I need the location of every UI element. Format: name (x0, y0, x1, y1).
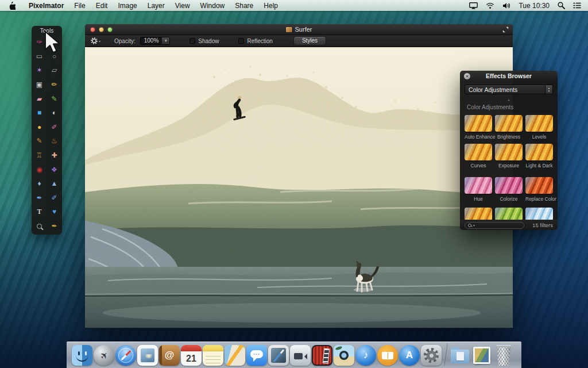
pen-tool[interactable]: ✒ (32, 191, 47, 205)
styles-button[interactable]: Styles (293, 36, 326, 45)
effect-curves[interactable]: Curves (465, 144, 492, 168)
apple-menu[interactable] (8, 1, 16, 10)
dock-icon-calendar[interactable]: 21 (180, 344, 202, 366)
dock-icon-photo-booth[interactable] (311, 344, 333, 366)
effect-brightness[interactable]: Brightness (495, 115, 523, 140)
chevron-down-icon: ▾ (99, 39, 100, 43)
pencil-tool[interactable]: ✎ (47, 91, 62, 106)
effects-search-field[interactable]: ▼ (465, 222, 524, 229)
dock-icon-contacts[interactable] (158, 344, 180, 366)
effect-thumbnail[interactable] (525, 177, 553, 194)
eyedropper-tool[interactable]: ✒ (47, 219, 62, 233)
smudge-tool[interactable]: ♨ (47, 134, 62, 148)
eraser-tool[interactable]: ▰ (32, 91, 47, 106)
opacity-dropdown-arrow[interactable]: ▼ (162, 37, 169, 44)
effect-thumbnail[interactable] (495, 177, 523, 194)
dock-icon-system-preferences[interactable] (420, 344, 442, 366)
shape-tool[interactable]: ● (32, 120, 47, 135)
lasso-tool[interactable]: ▱ (47, 63, 62, 78)
volume-icon[interactable] (502, 2, 510, 9)
menu-item-window[interactable]: Window (195, 2, 230, 10)
dock-icon-messages[interactable] (246, 344, 268, 366)
menu-item-edit[interactable]: Edit (91, 2, 113, 10)
close-window-button[interactable] (90, 27, 95, 32)
window-title-bar[interactable]: Surfer (85, 24, 513, 35)
dock-icon-notes[interactable] (202, 344, 224, 366)
sharpen-tool[interactable]: ▲ (47, 177, 62, 191)
effect-thumbnail[interactable] (465, 177, 492, 194)
effect-levels[interactable]: Levels (525, 115, 553, 140)
effect-exposure[interactable]: Exposure (495, 144, 523, 168)
zoom-tool[interactable] (32, 219, 47, 233)
dock-icon-app-store[interactable] (399, 344, 420, 366)
menu-item-view[interactable]: View (170, 2, 195, 10)
minimize-window-button[interactable] (99, 27, 104, 32)
brush-tool[interactable]: ✐ (47, 120, 62, 135)
menu-item-pixelmator[interactable]: Pixelmator (24, 2, 69, 10)
custom-shape-tool[interactable]: ♥ (47, 205, 62, 219)
menu-item-file[interactable]: File (69, 2, 90, 10)
gradient-tool[interactable]: ◐ (47, 106, 62, 120)
healing-tool[interactable]: ✚ (47, 148, 62, 163)
effect-hue[interactable]: Hue (465, 177, 492, 202)
dock-icon-finder[interactable] (71, 344, 93, 366)
menu-bar-clock[interactable]: Tue 10:30 (519, 2, 550, 10)
zoom-window-button[interactable] (107, 27, 113, 32)
effects-browser-header[interactable]: ✕ Effects Browser (460, 71, 558, 82)
dock-icon-launchpad[interactable] (93, 344, 115, 366)
opacity-stepper[interactable]: 100% ▼ (140, 37, 171, 45)
filter-count: 15 filters (532, 222, 553, 228)
freeform-pen-tool[interactable]: ✐ (47, 191, 62, 205)
effects-category-dropdown[interactable]: Color Adjustments ▲▼ (465, 85, 553, 94)
reflection-checkbox[interactable] (238, 38, 244, 44)
shadow-checkbox[interactable] (189, 38, 195, 44)
effect-thumbnail[interactable] (525, 144, 553, 160)
dock-icon-trash[interactable] (493, 344, 514, 366)
clone-stamp-tool[interactable]: ♖ (32, 148, 47, 163)
effect-thumbnail[interactable] (525, 115, 553, 132)
dock-icon-itunes[interactable] (355, 344, 377, 366)
menu-item-layer[interactable]: Layer (142, 2, 170, 10)
effect-colorize[interactable]: Colorize (495, 177, 523, 202)
effect-light-dark[interactable]: Light & Dark (525, 144, 553, 168)
crop-tool[interactable]: ▣ (32, 78, 47, 92)
canvas-image[interactable] (85, 47, 513, 328)
tools-palette[interactable]: Tools ✑ ➤ ▭ ○ ✶ ▱ ▣ ✏ ▰ ✎ ■ ◐ ● ✐ ✎ ♨ ♖ … (32, 26, 62, 235)
red-eye-tool[interactable]: ◉ (32, 162, 47, 177)
paintbrush-tool[interactable]: ✎ (32, 134, 47, 148)
document-proxy-icon[interactable] (286, 27, 292, 32)
dock-icon-iphoto[interactable] (333, 344, 355, 366)
window-toolbar: ▾ Opacity: 100% ▼ Shadow Reflection Styl… (85, 35, 513, 47)
notification-center-icon[interactable] (573, 2, 581, 9)
wifi-icon[interactable] (486, 2, 494, 9)
dock-icon-maps[interactable] (224, 344, 246, 366)
slice-tool[interactable]: ✏ (47, 78, 62, 92)
effect-thumbnail[interactable] (465, 115, 492, 132)
effect-auto-enhance[interactable]: Auto Enhance (465, 115, 492, 140)
menu-item-share[interactable]: Share (230, 2, 258, 10)
tool-options-menu[interactable]: ▾ (91, 37, 100, 44)
dock-icon-pixelmator[interactable] (268, 344, 289, 366)
close-panel-icon[interactable]: ✕ (464, 73, 470, 79)
menu-item-image[interactable]: Image (113, 2, 142, 10)
dock-icon-mail[interactable] (137, 344, 158, 366)
dock-icon-documents-folder[interactable] (449, 344, 471, 366)
dock-icon-photos-stack[interactable] (471, 344, 493, 366)
effect-thumbnail[interactable] (465, 144, 492, 160)
blur-tool[interactable]: ♦ (32, 177, 47, 191)
airplay-icon[interactable] (469, 2, 478, 9)
effect-thumbnail[interactable] (495, 115, 523, 132)
fullscreen-icon[interactable] (502, 26, 509, 33)
menu-item-help[interactable]: Help (258, 2, 283, 10)
reflection-label: Reflection (247, 38, 272, 44)
spotlight-search-icon[interactable] (558, 2, 565, 9)
effect-thumbnail[interactable] (495, 144, 523, 160)
sponge-tool[interactable]: ❖ (47, 162, 62, 177)
paint-bucket-tool[interactable]: ■ (32, 106, 47, 120)
dock-icon-safari[interactable] (115, 344, 137, 366)
dock-icon-ibooks[interactable] (377, 344, 399, 366)
type-tool[interactable]: T (32, 205, 47, 219)
magic-wand-tool[interactable]: ✶ (32, 63, 47, 78)
dock-icon-facetime[interactable] (289, 344, 311, 366)
effect-replace-color[interactable]: Replace Color (525, 177, 553, 202)
